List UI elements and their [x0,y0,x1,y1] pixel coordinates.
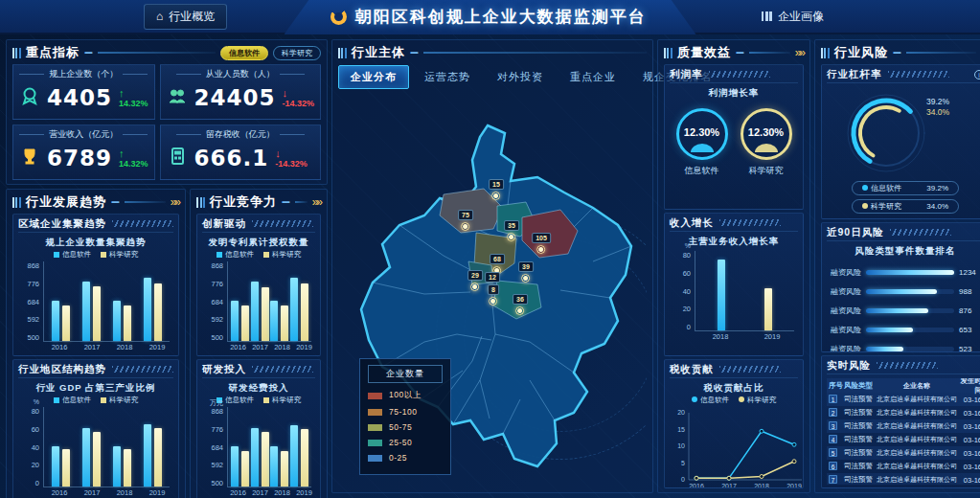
dash-decor: – [736,44,744,61]
table-row[interactable]: 6司法预警北京启迪卓越科技有限公司03-16 [827,460,980,473]
cell-company: 北京启迪卓越科技有限公司 [877,475,957,485]
bar-信息软件-2017 [82,428,90,487]
bar-group [52,407,70,487]
section-title: 利润率 [670,68,703,81]
pin-value: 39 [518,261,534,272]
section-title: 实时风险 [827,359,871,373]
filter-pill-科学研究[interactable]: 科学研究 [273,46,321,60]
legend-swatch [368,393,382,399]
cell-no: 1 [829,395,844,404]
kpi-card: 留存税收（亿元）666.1↓ -14.32% [160,124,322,180]
hatch-decor [709,71,770,78]
x-axis: 20182019 [695,331,798,342]
tab-对外投资[interactable]: 对外投资 [486,66,555,88]
panel-bars-icon [12,197,21,208]
chart-title: 利润增长率 [670,87,798,100]
table-row[interactable]: 3司法预警北京启迪卓越科技有限公司03-16 [827,419,980,433]
axis-unit-label: % [34,398,39,405]
risk-rank-fill [866,289,937,294]
y-axis: %806040200 [18,407,43,487]
tab-运营态势[interactable]: 运营态势 [413,66,482,88]
gauge-label: 科学研究 [749,165,784,177]
svg-text:10: 10 [677,442,685,449]
svg-text:2018: 2018 [754,483,769,488]
table-row[interactable]: 2司法预警北京启迪卓越科技有限公司03-16 [827,406,980,419]
risk-rank-fill [866,328,913,332]
x-tick: 2017 [84,343,101,351]
pin-marker-icon [461,222,469,231]
industry-filter-pills: 信息软件科学研究 [220,46,321,60]
expand-chevrons-icon[interactable]: »» [312,195,321,209]
map-pin[interactable]: 29 [467,270,483,291]
y-tick: 20 [32,461,39,469]
tab-企业分布[interactable]: 企业分布 [338,65,409,89]
section-title: 研发投入 [202,363,246,376]
map-pin[interactable]: 15 [489,179,504,200]
kpi-label: 营业收入（亿元） [19,128,148,141]
realtime-risk-table: 序号风险类型企业名称发生时间1司法预警北京启迪卓越科技有限公司03-162司法预… [827,378,980,485]
y-axis: 万元868776684592500 [202,407,227,487]
panel-title: 行业发展趋势 [26,193,106,211]
map-pin[interactable]: 39 [518,261,534,283]
map-pin[interactable]: 105 [532,233,551,254]
bar-科学研究-2018 [281,451,288,487]
x-tick: 2016 [52,343,68,351]
risk-rank-track [866,347,954,351]
risk-rank-track [866,289,954,294]
map-pin[interactable]: 35 [504,220,519,241]
bar-group [290,261,308,341]
y-tick: 40 [32,443,39,452]
chart-enterprise-cluster: 信息软件科学研究8687766845925002016201720182019 [18,250,173,352]
bar-group [251,261,269,341]
y-tick: 776 [211,425,223,434]
expand-chevrons-icon[interactable]: »» [795,46,804,59]
hatch-decor [890,229,951,236]
kpi-card: 规上企业数（个）4405↑ 14.32% [12,64,155,120]
table-row[interactable]: 4司法预警北京启迪卓越科技有限公司03-16 [827,433,980,446]
legend-item: 科学研究 [101,250,138,260]
bar-信息软件-2016 [231,446,239,487]
risk-rank-label: 融资风险 [827,286,861,297]
y-tick: 868 [211,407,223,416]
nav-enterprise-portrait[interactable]: 企业画像 [749,4,836,30]
map-pin[interactable]: 8 [488,284,499,306]
map-pin[interactable]: 75 [458,210,473,231]
tab-重点企业[interactable]: 重点企业 [558,66,627,88]
kpi-value-row: 666.1↓ -14.32% [167,146,315,170]
card-region-structure: 行业地区结构趋势 行业 GDP 占第三产业比例 信息软件科学研究%8060402… [12,359,179,498]
risk-rank-fill [866,270,954,275]
pin-marker-icon [521,274,530,283]
legend-label: 0-25 [389,453,407,463]
bar-科学研究-2019 [764,288,772,330]
map-legend: 企业数量 100以上75-10050-7525-500-25 [359,358,451,475]
bar-科学研究-2017 [262,432,269,487]
leverage-donut-svg: 39.2%34.0% [827,83,970,175]
table-row[interactable]: 7司法预警北京启迪卓越科技有限公司03-16 [827,473,980,485]
kpi-delta: ↓ -14.32% [275,147,314,169]
chart-title: 行业 GDP 占第三产业比例 [18,382,173,395]
y-tick: 868 [27,261,39,270]
section-title: 行业地区结构趋势 [18,363,106,376]
bar-group [82,261,101,341]
cell-risk-type: 司法预警 [844,435,877,444]
svg-text:34.0%: 34.0% [926,107,950,117]
chart-title: 税收贡献占比 [670,382,798,395]
card-innovation: 创新驱动 发明专利累计授权数量 信息软件科学研究8687766845925002… [196,214,321,356]
home-icon: ⌂ [156,11,163,22]
map-pin[interactable]: 36 [513,294,528,315]
table-row[interactable]: 1司法预警北京启迪卓越科技有限公司03-16 [827,393,980,406]
pin-value: 15 [489,179,504,190]
bar-group [52,261,70,341]
table-row[interactable]: 5司法预警北京启迪卓越科技有限公司03-16 [827,446,980,460]
expand-chevrons-icon[interactable]: »» [171,195,179,209]
nav-industry-overview[interactable]: ⌂ 行业概览 [144,4,227,30]
info-icon[interactable]: i [974,70,980,79]
legend-label: 100以上 [389,390,422,401]
svg-text:2016: 2016 [689,483,704,488]
gauge-hill-decor [755,144,778,152]
filter-pill-信息软件[interactable]: 信息软件 [220,46,268,60]
chart-income-growth: %80604020020182019 [670,249,798,342]
map-legend-item: 100以上 [368,390,443,401]
line-decor [98,52,216,54]
page-title: 朝阳区科创规上企业大数据监测平台 [355,6,647,28]
